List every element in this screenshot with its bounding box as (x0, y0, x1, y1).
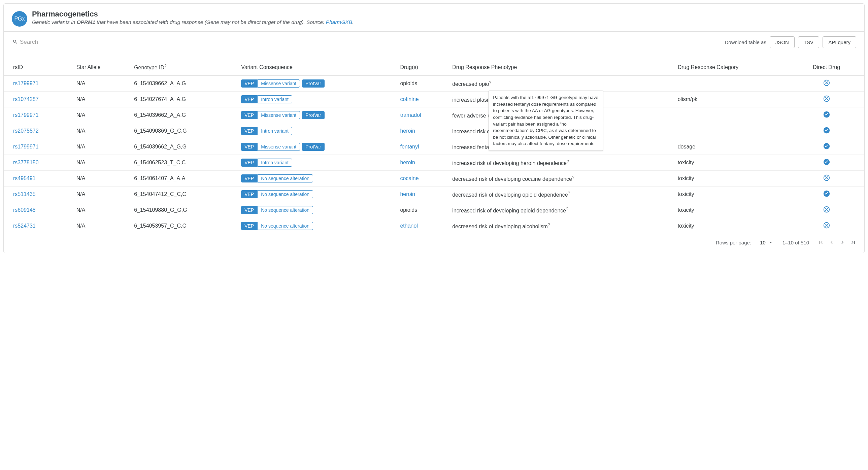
table-row: rs2075572N/A6_154090869_G_C,GVEPIntron v… (4, 123, 864, 139)
vep-chip[interactable]: VEP (241, 80, 257, 88)
rsid-link[interactable]: rs511435 (13, 191, 36, 197)
star-allele-cell: N/A (72, 92, 130, 107)
genotype-id-cell: 6_154090869_G_C,G (129, 123, 236, 139)
col-variant-consequence[interactable]: Variant Consequence (236, 60, 395, 76)
variant-consequence-cell: VEPIntron variant (236, 123, 395, 139)
protvar-chip[interactable]: ProtVar (302, 143, 324, 151)
protvar-chip[interactable]: ProtVar (302, 111, 324, 119)
consequence-chip[interactable]: Missense variant (257, 80, 300, 88)
last-page-icon[interactable] (850, 239, 856, 245)
rsid-link[interactable]: rs1074287 (13, 96, 39, 102)
vep-chip[interactable]: VEP (241, 111, 257, 119)
download-tsv-button[interactable]: TSV (798, 36, 819, 48)
drug-link[interactable]: cocaine (400, 176, 418, 181)
col-star-allele[interactable]: Star Allele (72, 60, 130, 76)
dropdown-icon (768, 239, 774, 245)
vep-chip[interactable]: VEP (241, 222, 257, 230)
table-row: rs3778150N/A6_154062523_T_C,CVEPIntron v… (4, 155, 864, 171)
star-allele-cell: N/A (72, 76, 130, 92)
col-phenotype[interactable]: Drug Response Phenotype (447, 60, 673, 76)
col-category[interactable]: Drug Response Category (673, 60, 794, 76)
widget-header: PGx Pharmacogenetics Genetic variants in… (4, 4, 864, 32)
vep-chip[interactable]: VEP (241, 127, 257, 135)
consequence-chip[interactable]: No sequence alteration (257, 222, 313, 230)
table-row: rs495491N/A6_154061407_A_A,AVEPNo sequen… (4, 171, 864, 187)
help-icon[interactable]: ? (572, 175, 575, 180)
help-icon[interactable]: ? (566, 207, 568, 212)
rsid-link[interactable]: rs609148 (13, 207, 36, 213)
drug-cell: opioids (395, 76, 447, 92)
drug-cell: fentanyl (395, 139, 447, 155)
drug-link[interactable]: heroin (400, 160, 415, 165)
drug-cell: cotinine (395, 92, 447, 107)
check-circle-icon (823, 114, 830, 119)
table-row: rs609148N/A6_154109880_G_G,GVEPNo sequen… (4, 202, 864, 218)
vep-chip[interactable]: VEP (241, 159, 257, 167)
rsid-link[interactable]: rs495491 (13, 176, 36, 181)
consequence-chip[interactable]: No sequence alteration (257, 175, 313, 183)
phenotype-cell: increased risk of developing opioid depe… (447, 202, 673, 218)
drug-link[interactable]: fentanyl (400, 144, 419, 150)
consequence-chip[interactable]: Missense variant (257, 143, 300, 151)
rsid-link[interactable]: rs1799971 (13, 81, 39, 86)
first-page-icon[interactable] (818, 239, 824, 245)
rsid-link[interactable]: rs3778150 (13, 160, 39, 165)
col-rsid[interactable]: rsID (4, 60, 72, 76)
drug-link[interactable]: heroin (400, 191, 415, 197)
direct-drug-cell (793, 139, 864, 155)
drug-cell: heroin (395, 187, 447, 202)
drug-link[interactable]: tramadol (400, 112, 421, 118)
drug-link[interactable]: cotinine (400, 96, 418, 102)
help-icon[interactable]: ? (568, 191, 570, 196)
rsid-link[interactable]: rs524731 (13, 223, 36, 229)
col-direct-drug[interactable]: Direct Drug (793, 60, 864, 76)
help-icon[interactable]: ? (164, 64, 167, 68)
search-input[interactable] (20, 39, 173, 45)
rsid-link[interactable]: rs1799971 (13, 112, 39, 118)
consequence-chip[interactable]: Intron variant (257, 95, 292, 103)
star-allele-cell: N/A (72, 218, 130, 234)
category-cell: toxicity (673, 202, 794, 218)
next-page-icon[interactable] (839, 239, 845, 245)
consequence-chip[interactable]: Missense variant (257, 111, 300, 119)
rows-per-page-select[interactable]: 10 (760, 239, 774, 245)
protvar-chip[interactable]: ProtVar (302, 80, 324, 88)
help-icon[interactable]: ? (567, 159, 569, 164)
vep-chip[interactable]: VEP (241, 190, 257, 198)
col-drugs[interactable]: Drug(s) (395, 60, 447, 76)
rsid-link[interactable]: rs1799971 (13, 144, 39, 150)
widget-card: PGx Pharmacogenetics Genetic variants in… (3, 3, 865, 253)
vep-chip[interactable]: VEP (241, 206, 257, 214)
consequence-chip[interactable]: Intron variant (257, 127, 292, 135)
consequence-chip[interactable]: No sequence alteration (257, 206, 313, 214)
table-row: rs1799971N/A6_154039662_A_A,GVEPMissense… (4, 76, 864, 92)
cross-circle-icon (823, 98, 830, 103)
vep-chip[interactable]: VEP (241, 95, 257, 103)
star-allele-cell: N/A (72, 155, 130, 171)
check-circle-icon (823, 193, 830, 198)
col-genotype-id[interactable]: Genotype ID? (129, 60, 236, 76)
search-icon (12, 39, 18, 45)
search-field[interactable] (12, 37, 174, 47)
consequence-chip[interactable]: Intron variant (257, 159, 292, 167)
phenotype-cell: decreased opio? (447, 76, 673, 92)
download-api-button[interactable]: API query (823, 36, 856, 48)
source-link[interactable]: PharmGKB (326, 19, 352, 25)
pgx-badge-icon: PGx (12, 11, 27, 27)
rsid-link[interactable]: rs2075572 (13, 128, 39, 134)
drug-link[interactable]: ethanol (400, 223, 418, 229)
download-json-button[interactable]: JSON (770, 36, 795, 48)
consequence-chip[interactable]: No sequence alteration (257, 190, 313, 198)
category-cell: toxicity (673, 171, 794, 187)
check-circle-icon (823, 161, 830, 167)
drug-link[interactable]: heroin (400, 128, 415, 134)
help-icon[interactable]: ? (489, 80, 492, 85)
vep-chip[interactable]: VEP (241, 143, 257, 151)
help-icon[interactable]: ? (548, 223, 550, 227)
star-allele-cell: N/A (72, 107, 130, 123)
category-cell: olism/pk (673, 92, 794, 107)
star-allele-cell: N/A (72, 123, 130, 139)
prev-page-icon[interactable] (829, 239, 835, 245)
phenotype-cell: increased risk of developing heroin depe… (447, 155, 673, 171)
vep-chip[interactable]: VEP (241, 175, 257, 183)
